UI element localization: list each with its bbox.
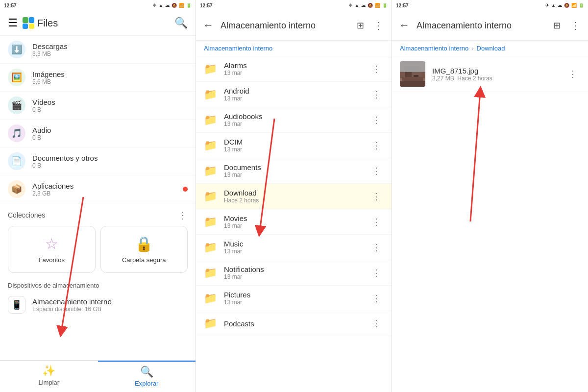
folder-more-audiobooks[interactable]: ⋮ (369, 113, 384, 127)
file-row-img8715[interactable]: IMG_8715.jpg 3,27 MB, Hace 2 horas ⋮ (392, 56, 588, 92)
middle-header: ← Almacenamiento interno ⊞ ⋮ (196, 11, 392, 41)
folder-more-documents[interactable]: ⋮ (369, 164, 384, 178)
collection-secure-folder[interactable]: 🔒 Carpeta segura (100, 226, 188, 273)
nav-item-videos-sub: 0 B (32, 106, 188, 113)
status-icons-middle: ✈ ▲ ☁ 🔕 📶 🔋 (349, 3, 388, 8)
folder-icon-podcasts: 📁 (204, 317, 217, 330)
status-icons-left: ✈ ▲ ☁ 🔕 📶 🔋 (153, 3, 192, 8)
right-grid-view-btn[interactable]: ⊞ (548, 17, 565, 34)
folder-more-android[interactable]: ⋮ (369, 87, 384, 102)
folder-row-podcasts[interactable]: 📁 Podcasts ⋮ (196, 311, 392, 336)
r-batt-icon: 🔋 (579, 3, 584, 8)
storage-item-sub: Espacio disponible: 16 GB (32, 306, 188, 313)
folder-icon-notifications: 📁 (204, 267, 217, 279)
folder-info-dcim: DCIM 13 mar (224, 138, 362, 153)
folder-more-download[interactable]: ⋮ (369, 189, 384, 204)
folder-info-movies: Movies 13 mar (224, 214, 362, 229)
tab-clean[interactable]: ✨ Limpiar (0, 361, 98, 392)
middle-more-btn[interactable]: ⋮ (370, 17, 388, 34)
explore-tab-label: Explorar (135, 380, 158, 387)
nav-item-images[interactable]: 🖼️ Imágenes 5,6 MB (0, 64, 196, 92)
nav-item-images-sub: 5,6 MB (32, 78, 188, 85)
hamburger-menu-icon[interactable]: ☰ (8, 17, 18, 29)
header-left-group: ☰ Files (8, 17, 58, 29)
right-back-btn[interactable]: ← (396, 17, 413, 34)
status-bar-middle: 12:57 ✈ ▲ ☁ 🔕 📶 🔋 (196, 0, 392, 11)
folder-row-pictures[interactable]: 📁 Pictures 13 mar ⋮ (196, 286, 392, 311)
folder-more-dcim[interactable]: ⋮ (369, 138, 384, 153)
nav-item-apps-name: Aplicaciones (32, 182, 176, 190)
nav-item-videos-name: Vídeos (32, 98, 188, 106)
folder-row-alarms[interactable]: 📁 Alarms 13 mar ⋮ (196, 56, 392, 82)
nav-item-downloads[interactable]: ⬇️ Descargas 3,3 MB (0, 36, 196, 64)
folder-row-download[interactable]: 📁 Download Hace 2 horas ⋮ (196, 184, 392, 209)
folder-date-audiobooks: 13 mar (224, 121, 362, 127)
nav-item-documents-sub: 0 B (32, 162, 188, 169)
m-cloud-icon: ☁ (361, 3, 366, 8)
documents-icon: 📄 (8, 152, 25, 170)
nav-item-audio-name: Audio (32, 126, 188, 134)
folder-date-pictures: 13 mar (224, 299, 362, 306)
middle-back-btn[interactable]: ← (200, 17, 217, 34)
folder-name-podcasts: Podcasts (224, 319, 362, 328)
folder-info-android: Android 13 mar (224, 87, 362, 102)
nav-item-documents[interactable]: 📄 Documentos y otros 0 B (0, 147, 196, 175)
nav-item-videos-text: Vídeos 0 B (32, 98, 188, 113)
nav-item-downloads-sub: 3,3 MB (32, 50, 188, 57)
folder-date-alarms: 13 mar (224, 70, 362, 76)
status-bar-right: 12:57 ✈ ▲ ☁ 🔕 📶 🔋 (392, 0, 588, 11)
time-right: 12:57 (396, 3, 409, 8)
folder-info-podcasts: Podcasts (224, 319, 362, 328)
folder-row-android[interactable]: 📁 Android 13 mar ⋮ (196, 82, 392, 107)
nav-item-documents-text: Documentos y otros 0 B (32, 154, 188, 169)
middle-breadcrumb-text: Almacenamiento interno (204, 45, 272, 52)
folder-row-movies[interactable]: 📁 Movies 13 mar ⋮ (196, 209, 392, 235)
r-net-icon: 📶 (571, 3, 577, 8)
nav-item-audio[interactable]: 🎵 Audio 0 B (0, 120, 196, 147)
nav-item-downloads-name: Descargas (32, 42, 188, 50)
file-sub-img8715: 3,27 MB, Hace 2 horas (432, 75, 559, 82)
right-panel-title: Almacenamiento interno (416, 21, 544, 31)
r-signal-icon: ✈ (545, 3, 549, 8)
folder-date-movies: 13 mar (224, 222, 362, 229)
nav-item-audio-sub: 0 B (32, 134, 188, 141)
folder-more-music[interactable]: ⋮ (369, 240, 384, 255)
folder-info-documents: Documents 13 mar (224, 163, 362, 178)
folder-more-pictures[interactable]: ⋮ (369, 291, 384, 306)
middle-header-icons: ⊞ ⋮ (351, 17, 388, 34)
search-icon[interactable]: 🔍 (174, 17, 188, 29)
folder-more-podcasts[interactable]: ⋮ (369, 316, 384, 331)
folder-row-music[interactable]: 📁 Music 13 mar ⋮ (196, 235, 392, 260)
internal-storage-icon: 📱 (8, 296, 25, 314)
folder-name-documents: Documents (224, 163, 362, 172)
nav-item-apps[interactable]: 📦 Aplicaciones 2,3 GB (0, 175, 196, 203)
folder-name-alarms: Alarms (224, 61, 362, 70)
folder-more-notifications[interactable]: ⋮ (369, 266, 384, 280)
right-more-btn[interactable]: ⋮ (566, 17, 584, 34)
folder-row-dcim[interactable]: 📁 DCIM 13 mar ⋮ (196, 133, 392, 158)
right-header-icons: ⊞ ⋮ (548, 17, 584, 34)
middle-grid-view-btn[interactable]: ⊞ (351, 17, 369, 34)
file-thumbnail (400, 61, 425, 87)
folder-icon-movies: 📁 (204, 216, 217, 228)
collection-favorites[interactable]: ☆ Favoritos (8, 226, 96, 273)
folder-name-movies: Movies (224, 214, 362, 222)
folder-row-notifications[interactable]: 📁 Notifications 13 mar ⋮ (196, 260, 392, 286)
folder-info-download: Download Hace 2 horas (224, 189, 362, 204)
collections-more-icon[interactable]: ⋮ (178, 209, 188, 221)
nav-list: ⬇️ Descargas 3,3 MB 🖼️ Imágenes 5,6 MB (0, 36, 196, 360)
folder-row-audiobooks[interactable]: 📁 Audiobooks 13 mar ⋮ (196, 107, 392, 133)
folder-row-documents[interactable]: 📁 Documents 13 mar ⋮ (196, 158, 392, 184)
folder-more-alarms[interactable]: ⋮ (369, 62, 384, 76)
folder-list: 📁 Alarms 13 mar ⋮ 📁 Android 13 mar ⋮ (196, 56, 392, 392)
file-more-img8715[interactable]: ⋮ (565, 67, 580, 81)
status-icons-right: ✈ ▲ ☁ 🔕 📶 🔋 (545, 3, 584, 8)
images-icon: 🖼️ (8, 69, 25, 86)
tab-explore[interactable]: 🔍 Explorar (98, 361, 196, 392)
svg-rect-0 (23, 17, 28, 23)
folder-more-movies[interactable]: ⋮ (369, 215, 384, 229)
storage-item-internal[interactable]: 📱 Almacenamiento interno Espacio disponi… (8, 292, 188, 318)
secure-folder-icon: 🔒 (135, 235, 153, 252)
right-breadcrumb-base[interactable]: Almacenamiento interno (400, 45, 468, 52)
nav-item-videos[interactable]: 🎬 Vídeos 0 B (0, 92, 196, 120)
